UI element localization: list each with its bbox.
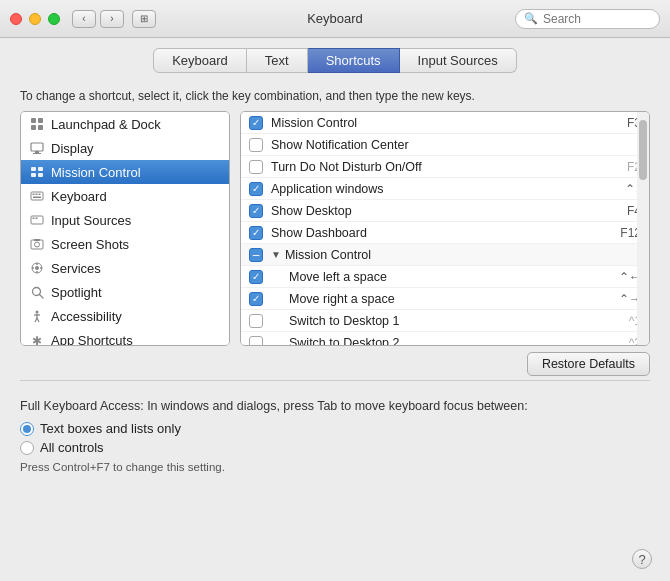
shortcut-label-dnd: Turn Do Not Disturb On/Off — [271, 160, 619, 174]
close-button[interactable] — [10, 13, 22, 25]
sidebar-item-keyboard[interactable]: Keyboard — [21, 184, 229, 208]
radio-option-all-controls[interactable]: All controls — [20, 440, 650, 455]
tab-shortcuts[interactable]: Shortcuts — [308, 48, 400, 73]
svg-rect-5 — [35, 151, 39, 153]
checkbox-switch-2[interactable] — [249, 336, 263, 347]
shortcut-row-dnd[interactable]: Turn Do Not Disturb On/Off F2 — [241, 156, 649, 178]
grid-button[interactable]: ⊞ — [132, 10, 156, 28]
sidebar-item-input-sources[interactable]: Input Sources — [21, 208, 229, 232]
checkbox-mission-control[interactable]: ✓ — [249, 116, 263, 130]
checkbox-switch-1[interactable] — [249, 314, 263, 328]
scrollbar-thumb[interactable] — [639, 120, 647, 180]
expand-arrow: ▼ — [271, 249, 281, 260]
bottom-section: Full Keyboard Access: In windows and dia… — [0, 389, 670, 481]
sidebar-item-accessibility[interactable]: Accessibility — [21, 304, 229, 328]
shortcut-row-move-right[interactable]: ✓ Move right a space ⌃→ — [241, 288, 649, 310]
svg-rect-15 — [33, 197, 41, 199]
screenshots-icon — [29, 236, 45, 252]
input-sources-icon — [29, 212, 45, 228]
help-button[interactable]: ? — [632, 549, 652, 569]
sidebar-list: Launchpad & Dock Display Mission Control… — [20, 111, 230, 346]
sidebar-item-screen-shots[interactable]: Screen Shots — [21, 232, 229, 256]
shortcut-label-move-left: Move left a space — [271, 270, 611, 284]
tab-text[interactable]: Text — [247, 48, 308, 73]
svg-rect-10 — [38, 173, 43, 177]
radio-label-all-controls: All controls — [40, 440, 104, 455]
svg-line-34 — [37, 318, 39, 322]
nav-buttons: ‹ › — [72, 10, 124, 28]
forward-button[interactable]: › — [100, 10, 124, 28]
display-icon — [29, 140, 45, 156]
sidebar-item-spotlight[interactable]: Spotlight — [21, 280, 229, 304]
radio-option-text-boxes[interactable]: Text boxes and lists only — [20, 421, 650, 436]
sidebar-item-display-label: Display — [51, 141, 94, 156]
svg-rect-9 — [31, 173, 36, 177]
search-input[interactable] — [543, 12, 651, 26]
sidebar-item-spotlight-label: Spotlight — [51, 285, 102, 300]
sidebar-item-mission-control[interactable]: Mission Control — [21, 160, 229, 184]
hint-text: Press Control+F7 to change this setting. — [20, 461, 650, 473]
shortcut-label-mission-control: Mission Control — [271, 116, 619, 130]
radio-all-controls[interactable] — [20, 441, 34, 455]
shortcut-label-show-dashboard: Show Dashboard — [271, 226, 612, 240]
restore-btn-row: Restore Defaults — [0, 346, 670, 380]
sidebar-item-screenshots-label: Screen Shots — [51, 237, 129, 252]
sidebar-item-app-shortcuts[interactable]: ✱ App Shortcuts — [21, 328, 229, 346]
main-content: Launchpad & Dock Display Mission Control… — [0, 111, 670, 346]
svg-rect-18 — [36, 218, 38, 220]
svg-rect-21 — [34, 239, 40, 241]
spotlight-icon — [29, 284, 45, 300]
scrollbar-track — [637, 112, 649, 345]
search-box[interactable]: 🔍 — [515, 9, 660, 29]
sidebar-item-keyboard-label: Keyboard — [51, 189, 107, 204]
shortcut-label-notification: Show Notification Center — [271, 138, 633, 152]
svg-rect-0 — [31, 118, 36, 123]
sidebar-item-display[interactable]: Display — [21, 136, 229, 160]
checkbox-move-right[interactable]: ✓ — [249, 292, 263, 306]
sidebar-item-launchpad-dock[interactable]: Launchpad & Dock — [21, 112, 229, 136]
checkbox-app-windows[interactable]: ✓ — [249, 182, 263, 196]
shortcut-row-switch-2[interactable]: Switch to Desktop 2 ^2 — [241, 332, 649, 346]
shortcut-row-switch-1[interactable]: Switch to Desktop 1 ^1 — [241, 310, 649, 332]
checkbox-show-dashboard[interactable]: ✓ — [249, 226, 263, 240]
search-icon: 🔍 — [524, 12, 538, 25]
shortcut-row-notification[interactable]: Show Notification Center — [241, 134, 649, 156]
titlebar: ‹ › ⊞ Keyboard 🔍 — [0, 0, 670, 38]
window-title: Keyboard — [307, 11, 363, 26]
sidebar-item-services[interactable]: Services — [21, 256, 229, 280]
tabs-bar: Keyboard Text Shortcuts Input Sources — [0, 38, 670, 81]
separator — [20, 380, 650, 381]
radio-label-text-boxes: Text boxes and lists only — [40, 421, 181, 436]
minimize-button[interactable] — [29, 13, 41, 25]
checkbox-move-left[interactable]: ✓ — [249, 270, 263, 284]
maximize-button[interactable] — [48, 13, 60, 25]
shortcut-label-show-desktop: Show Desktop — [271, 204, 619, 218]
svg-rect-2 — [31, 125, 36, 130]
shortcut-row-move-left[interactable]: ✓ Move left a space ⌃← — [241, 266, 649, 288]
mission-control-icon — [29, 164, 45, 180]
back-button[interactable]: ‹ — [72, 10, 96, 28]
svg-point-30 — [36, 311, 39, 314]
shortcut-row-app-windows[interactable]: ✓ Application windows ⌃↓ — [241, 178, 649, 200]
shortcut-row-mission-control-section[interactable]: – ▼ Mission Control — [241, 244, 649, 266]
svg-rect-13 — [36, 194, 38, 196]
checkbox-notification[interactable] — [249, 138, 263, 152]
svg-rect-17 — [33, 218, 35, 220]
accessibility-icon — [29, 308, 45, 324]
checkbox-show-desktop[interactable]: ✓ — [249, 204, 263, 218]
svg-line-29 — [39, 294, 43, 298]
shortcut-row-show-desktop[interactable]: ✓ Show Desktop F4 — [241, 200, 649, 222]
checkbox-mission-control-section[interactable]: – — [249, 248, 263, 262]
svg-rect-19 — [31, 240, 43, 249]
restore-defaults-button[interactable]: Restore Defaults — [527, 352, 650, 376]
tab-keyboard[interactable]: Keyboard — [153, 48, 247, 73]
checkbox-dnd[interactable] — [249, 160, 263, 174]
shortcut-row-show-dashboard[interactable]: ✓ Show Dashboard F12 — [241, 222, 649, 244]
svg-point-20 — [35, 242, 40, 247]
shortcut-row-mission-control[interactable]: ✓ Mission Control F3 — [241, 112, 649, 134]
tab-input-sources[interactable]: Input Sources — [400, 48, 517, 73]
svg-rect-11 — [31, 192, 43, 200]
radio-text-boxes[interactable] — [20, 422, 34, 436]
app-shortcuts-icon: ✱ — [29, 332, 45, 346]
svg-rect-12 — [33, 194, 35, 196]
